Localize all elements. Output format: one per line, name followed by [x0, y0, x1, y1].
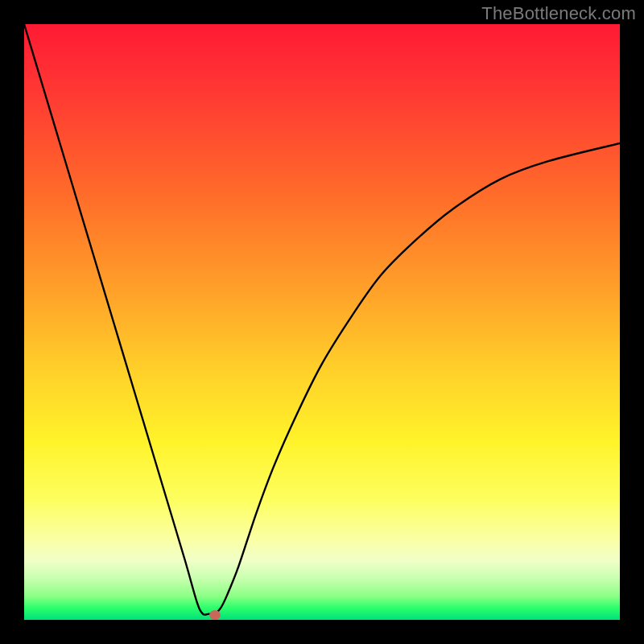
chart-frame: TheBottleneck.com — [0, 0, 644, 644]
chart-marker-dot — [209, 610, 221, 620]
watermark-text: TheBottleneck.com — [481, 3, 636, 24]
chart-plot-area — [24, 24, 620, 620]
chart-curve — [24, 24, 620, 620]
